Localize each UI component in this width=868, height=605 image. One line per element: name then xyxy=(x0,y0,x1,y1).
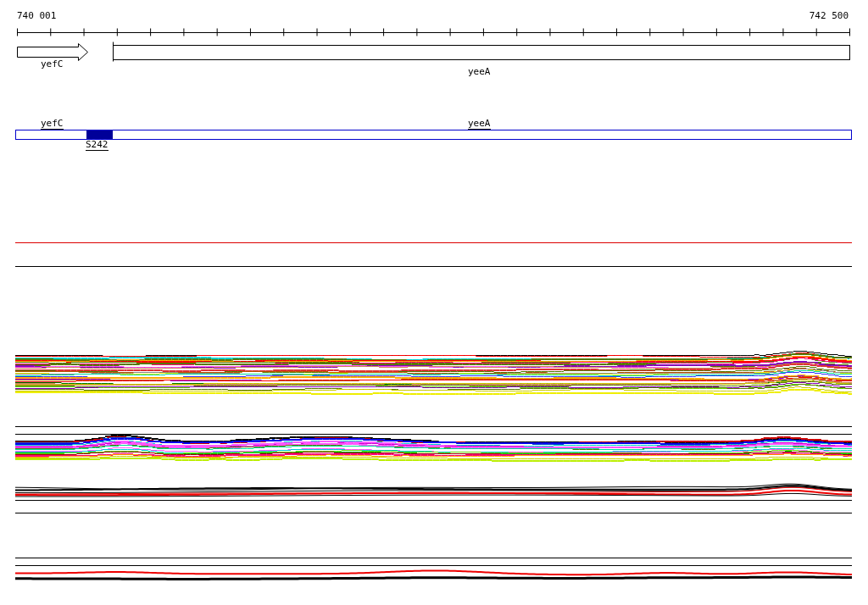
ruler xyxy=(0,0,868,42)
gene-label-yeeA: yeeA xyxy=(468,67,491,76)
gene-map xyxy=(0,0,868,93)
map-label-yefC[interactable]: yefC xyxy=(41,119,64,130)
gene-box-yeeA[interactable] xyxy=(114,46,850,60)
coord-right-label: 742 500 xyxy=(810,11,849,20)
tracks-canvas xyxy=(0,0,868,605)
genome-browser-view: 740 001 742 500 yefC yeeA yefC yeeA S242 xyxy=(0,0,868,605)
marker-label: S242 xyxy=(86,140,108,151)
marker-segment[interactable] xyxy=(86,130,113,139)
gene-label-yefC: yefC xyxy=(41,59,64,69)
coord-left-label: 740 001 xyxy=(17,11,56,20)
map-bar[interactable] xyxy=(15,130,852,140)
map-label-yeeA[interactable]: yeeA xyxy=(468,119,491,130)
